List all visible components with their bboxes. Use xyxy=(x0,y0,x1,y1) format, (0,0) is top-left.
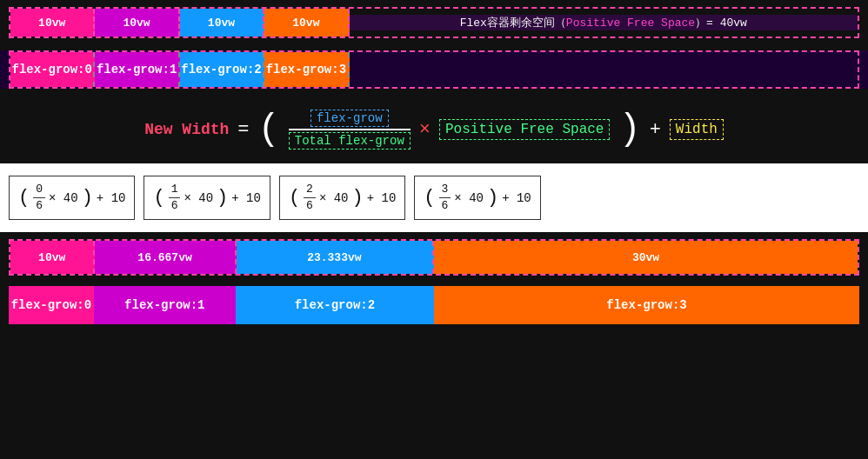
fg-label-1: flex-grow:1 xyxy=(97,63,177,76)
eq3-den: 6 xyxy=(304,198,316,214)
result-seg-2: 16.667vw xyxy=(95,241,236,274)
ruler-seg-1: 10vw xyxy=(10,9,95,37)
formula-paren-close: ) xyxy=(618,111,640,148)
fin-label-0: flex-grow:0 xyxy=(11,298,91,312)
result-w1: 10vw xyxy=(38,251,65,264)
fg-seg-3: flex-grow:3 xyxy=(264,52,349,87)
result-w3: 23.333vw xyxy=(307,251,361,264)
result-seg-4: 30vw xyxy=(434,241,858,274)
eq1-plus: + 10 xyxy=(97,191,126,205)
fin-label-1: flex-grow:1 xyxy=(124,298,204,312)
formula: New Width = ( flex-grow Total flex-grow … xyxy=(144,110,724,150)
fg-seg-0: flex-grow:0 xyxy=(10,52,95,87)
eq4-plus: + 10 xyxy=(502,191,531,205)
section-ruler: 10vw 10vw 10vw 10vw Flex容器剩余空间（Positive … xyxy=(0,0,868,43)
eq4-paren-close: ) xyxy=(487,187,498,209)
ruler-seg-3: 10vw xyxy=(180,9,264,37)
eq1-paren-open: ( xyxy=(18,187,30,209)
fg-seg-1: flex-grow:1 xyxy=(95,52,179,87)
fin-seg-0: flex-grow:0 xyxy=(9,286,94,324)
result-w4: 30vw xyxy=(632,251,659,264)
fg-seg-2: flex-grow:2 xyxy=(180,52,264,87)
eq2-frac: 1 6 xyxy=(169,182,181,214)
ruler-seg-3-label: 10vw xyxy=(208,17,235,30)
eq4-num: 3 xyxy=(439,182,451,198)
eq1-den: 6 xyxy=(33,198,45,214)
eq-box-2: ( 1 6 × 40 ) + 10 xyxy=(144,176,270,220)
section-result-widths: 10vw 16.667vw 23.333vw 30vw xyxy=(0,232,868,283)
eq3-plus: + 10 xyxy=(367,191,397,205)
eq4-frac: 3 6 xyxy=(439,182,451,214)
eq2-paren-close: ) xyxy=(217,187,228,209)
result-w2: 16.667vw xyxy=(137,251,191,264)
ruler-seg-4-label: 10vw xyxy=(292,17,319,30)
eq3-paren-open: ( xyxy=(289,187,300,209)
eq3-paren-close: ) xyxy=(352,187,364,209)
formula-eq: = xyxy=(237,119,249,141)
section-equations: ( 0 6 × 40 ) + 10 ( 1 6 × 40 ) + 10 ( 2 … xyxy=(0,163,868,232)
eq2-plus: + 10 xyxy=(231,191,261,205)
eq3-frac: 2 6 xyxy=(304,182,316,214)
eq4-mult: × 40 xyxy=(454,191,484,205)
fin-seg-3: flex-grow:3 xyxy=(434,286,859,324)
ruler-seg-1-label: 10vw xyxy=(38,17,65,30)
eq1-frac: 0 6 xyxy=(33,182,45,214)
remaining-chinese: Flex容器剩余空间（ xyxy=(460,15,566,30)
ruler-remaining: Flex容器剩余空间（Positive Free Space）= 40vw xyxy=(350,15,858,30)
eq-box-1: ( 0 6 × 40 ) + 10 xyxy=(9,176,135,220)
eq-box-3: ( 2 6 × 40 ) + 10 xyxy=(279,176,405,220)
eq4-paren-open: ( xyxy=(424,187,435,209)
remaining-suffix: ）= 40vw xyxy=(695,15,747,30)
frac-num: flex-grow xyxy=(310,110,389,127)
formula-plus: + xyxy=(650,119,661,141)
fg-seg-remaining xyxy=(350,52,858,87)
eq2-den: 6 xyxy=(169,198,181,214)
fin-label-3: flex-grow:3 xyxy=(606,298,686,312)
fg-label-0: flex-grow:0 xyxy=(11,63,91,76)
flexgrow-row-top: flex-grow:0 flex-grow:1 flex-grow:2 flex… xyxy=(9,50,859,89)
result-row: 10vw 16.667vw 23.333vw 30vw xyxy=(9,239,859,276)
section-formula: New Width = ( flex-grow Total flex-grow … xyxy=(0,96,868,163)
eq2-paren-open: ( xyxy=(153,187,164,209)
result-seg-1: 10vw xyxy=(10,241,95,274)
fin-label-2: flex-grow:2 xyxy=(295,298,375,312)
formula-new-width: New Width xyxy=(144,121,229,138)
remaining-paren: Positive Free Space xyxy=(566,17,695,30)
fg-label-3: flex-grow:3 xyxy=(266,63,346,76)
eq4-den: 6 xyxy=(439,198,451,214)
eq2-num: 1 xyxy=(169,182,181,198)
formula-paren-open: ( xyxy=(258,111,280,148)
final-row: flex-grow:0 flex-grow:1 flex-grow:2 flex… xyxy=(9,286,859,324)
eq-box-4: ( 3 6 × 40 ) + 10 xyxy=(414,176,540,220)
fin-seg-2: flex-grow:2 xyxy=(236,286,434,324)
fg-label-2: flex-grow:2 xyxy=(181,63,261,76)
eq2-mult: × 40 xyxy=(184,191,213,205)
formula-times: × xyxy=(419,119,431,141)
ruler-seg-2-label: 10vw xyxy=(123,17,150,30)
formula-width: Width xyxy=(670,119,724,140)
ruler-row: 10vw 10vw 10vw 10vw Flex容器剩余空间（Positive … xyxy=(9,7,859,38)
eq1-paren-close: ) xyxy=(82,187,93,209)
frac-den: Total flex-grow xyxy=(289,132,411,150)
eq3-num: 2 xyxy=(304,182,316,198)
eq1-mult: × 40 xyxy=(49,191,78,205)
fin-seg-1: flex-grow:1 xyxy=(94,286,236,324)
frac-line xyxy=(289,129,411,130)
section-flexgrow-final: flex-grow:0 flex-grow:1 flex-grow:2 flex… xyxy=(0,283,868,331)
section-flexgrow-top: flex-grow:0 flex-grow:1 flex-grow:2 flex… xyxy=(0,50,868,89)
formula-pfs: Positive Free Space xyxy=(439,119,610,140)
eq3-mult: × 40 xyxy=(319,191,349,205)
ruler-seg-2: 10vw xyxy=(95,9,179,37)
eq1-num: 0 xyxy=(33,182,45,198)
result-seg-3: 23.333vw xyxy=(237,241,434,274)
fraction: flex-grow Total flex-grow xyxy=(289,110,411,150)
ruler-seg-4: 10vw xyxy=(264,9,349,37)
